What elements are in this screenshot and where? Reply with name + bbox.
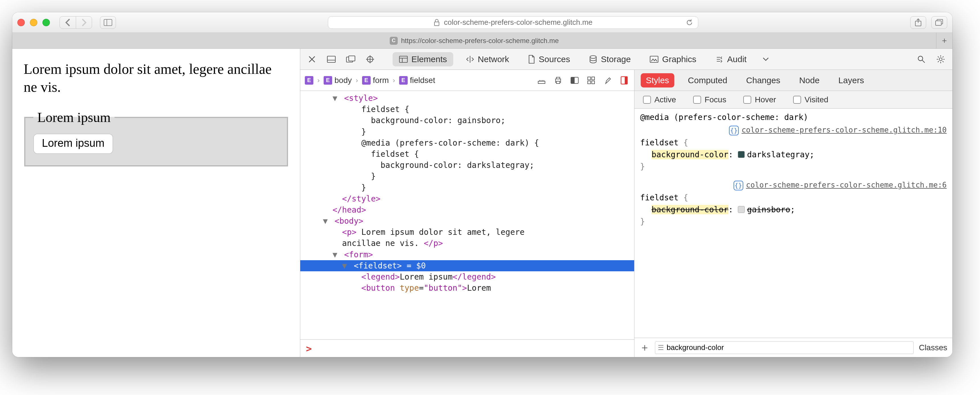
ruler-icon[interactable] (536, 75, 547, 86)
svg-rect-17 (650, 56, 658, 62)
search-icon[interactable] (915, 53, 928, 66)
rule-source-link-1[interactable]: {}color-scheme-prefers-color-scheme.glit… (640, 124, 947, 135)
minimize-window-button[interactable] (30, 19, 37, 26)
sidebar-toggle-button[interactable] (100, 16, 116, 29)
pseudo-visited[interactable]: Visited (793, 95, 829, 104)
page-fieldset: Lorem ipsum Lorem ipsum (24, 110, 288, 166)
dom-line[interactable]: <button type="button">Lorem (300, 282, 634, 293)
dom-tree[interactable]: ▼ <style> fieldset { background-color: g… (300, 91, 634, 339)
styles-sidebar: Styles Computed Changes Node Layers Acti… (635, 70, 952, 357)
svg-rect-5 (935, 21, 941, 25)
share-button[interactable] (910, 16, 926, 29)
svg-rect-6 (327, 56, 335, 62)
styles-sidebar-toggle-icon[interactable] (619, 75, 630, 86)
compositing-borders-icon[interactable] (586, 75, 597, 86)
reload-icon[interactable] (686, 19, 694, 27)
address-bar[interactable]: color-scheme-prefers-color-scheme.glitch… (328, 16, 698, 29)
pseudo-hover[interactable]: Hover (743, 95, 776, 104)
styles-tab-styles[interactable]: Styles (641, 73, 674, 88)
tab-elements[interactable]: Elements (393, 52, 453, 66)
dom-line[interactable]: fieldset { (300, 104, 634, 115)
sources-tab-icon (528, 55, 535, 64)
dom-line[interactable]: ▼ <fieldset> = $0 (300, 260, 634, 271)
dock-side-icon[interactable] (344, 53, 357, 66)
audit-tab-icon (715, 55, 724, 64)
dom-line[interactable]: } (300, 171, 634, 182)
breadcrumb-form[interactable]: Eform (362, 76, 389, 85)
storage-tab-icon (589, 55, 597, 64)
breadcrumb-body[interactable]: Ebody (324, 76, 352, 85)
address-bar-text: color-scheme-prefers-color-scheme.glitch… (444, 18, 593, 27)
elements-tab-icon (399, 56, 408, 63)
styles-tab-changes[interactable]: Changes (741, 73, 786, 88)
dom-line[interactable]: @media (prefers-color-scheme: dark) { (300, 137, 634, 148)
pseudo-focus[interactable]: Focus (693, 95, 726, 104)
styles-tab-layers[interactable]: Layers (833, 73, 869, 88)
svg-point-16 (590, 56, 596, 59)
dom-line[interactable]: background-color: darkslategray; (300, 159, 634, 171)
dom-line[interactable]: background-color: gainsboro; (300, 115, 634, 126)
rule-decl-2[interactable]: background-color: gainsboro; (640, 204, 947, 216)
titlebar: color-scheme-prefers-color-scheme.glitch… (12, 12, 952, 33)
styles-filter-bar: ＋ ☰ Classes (635, 338, 952, 357)
zoom-window-button[interactable] (43, 19, 50, 26)
force-appearance-icon[interactable] (569, 75, 580, 86)
page-button[interactable]: Lorem ipsum (33, 134, 113, 154)
dom-line[interactable]: </head> (300, 204, 634, 215)
devtools-toolbar: Elements Network Sources Storage Graphic… (300, 49, 952, 70)
rule-selector-2: fieldset { (640, 192, 947, 204)
close-window-button[interactable] (18, 19, 25, 26)
new-tab-button[interactable]: + (936, 33, 952, 48)
dom-line[interactable]: <p> Lorem ipsum dolor sit amet, legere (300, 226, 634, 238)
dom-line[interactable]: ancillae ne vis. </p> (300, 238, 634, 249)
tab-network[interactable]: Network (460, 52, 515, 66)
dock-bottom-icon[interactable] (325, 53, 338, 66)
page-paragraph: Lorem ipsum dolor sit amet, legere ancil… (24, 60, 289, 96)
tab-sources[interactable]: Sources (522, 52, 576, 66)
styles-filter-input[interactable] (655, 341, 914, 354)
breadcrumb-root[interactable]: E (305, 76, 313, 84)
dom-line[interactable]: } (300, 126, 634, 137)
svg-rect-23 (556, 77, 560, 79)
dom-line[interactable]: } (300, 182, 634, 193)
tab-graphics[interactable]: Graphics (643, 52, 703, 66)
breadcrumb-fieldset[interactable]: Efieldset (399, 76, 435, 85)
settings-gear-icon[interactable] (934, 53, 947, 66)
devtools-body: E › Ebody › Eform › Efieldset (300, 70, 952, 357)
paint-flashing-icon[interactable] (602, 75, 613, 86)
new-rule-button[interactable]: ＋ (640, 341, 650, 355)
print-styles-icon[interactable] (553, 75, 563, 86)
classes-toggle[interactable]: Classes (919, 343, 947, 352)
svg-rect-21 (538, 81, 545, 83)
dom-line[interactable]: ▼ <body> (300, 215, 634, 226)
back-button[interactable] (60, 16, 76, 29)
forward-button[interactable] (76, 16, 92, 29)
svg-point-20 (939, 58, 942, 61)
more-tabs-icon[interactable] (759, 53, 772, 66)
favicon: C (390, 37, 398, 45)
rule-source-link-2[interactable]: {}color-scheme-prefers-color-scheme.glit… (640, 180, 947, 191)
svg-rect-2 (434, 22, 439, 25)
dom-line[interactable]: fieldset { (300, 148, 634, 159)
dom-line[interactable]: ▼ <style> (300, 92, 634, 104)
dom-line[interactable]: ▼ <form> (300, 249, 634, 260)
svg-rect-30 (592, 81, 595, 84)
dom-line[interactable]: <legend>Lorem ipsum</legend> (300, 271, 634, 282)
pseudo-active[interactable]: Active (643, 95, 676, 104)
svg-rect-28 (592, 77, 595, 80)
close-devtools-icon[interactable] (305, 53, 318, 66)
tab-audit[interactable]: Audit (709, 52, 752, 66)
tab-label: https://color-scheme-prefers-color-schem… (401, 37, 559, 45)
rule-decl-1[interactable]: background-color: darkslategray; (640, 149, 947, 161)
styles-tab-node[interactable]: Node (794, 73, 825, 88)
css-rules[interactable]: @media (prefers-color-scheme: dark) {}co… (635, 108, 952, 338)
tab-storage[interactable]: Storage (582, 52, 637, 66)
inspect-element-icon[interactable] (364, 53, 377, 66)
console-strip[interactable]: > (300, 339, 634, 357)
tabs-overview-button[interactable] (931, 16, 947, 29)
breadcrumb-bar: E › Ebody › Eform › Efieldset (300, 70, 634, 91)
dom-line[interactable]: </style> (300, 193, 634, 204)
styles-tab-computed[interactable]: Computed (683, 73, 732, 88)
rule-media: @media (prefers-color-scheme: dark) (640, 111, 947, 123)
browser-tab[interactable]: C https://color-scheme-prefers-color-sch… (12, 33, 936, 48)
